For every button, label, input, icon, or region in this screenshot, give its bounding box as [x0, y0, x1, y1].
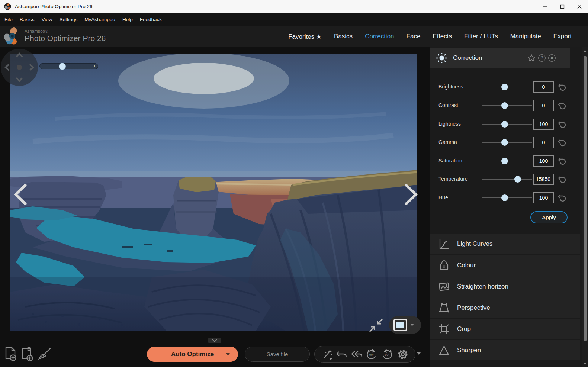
saturation-slider[interactable] [482, 161, 532, 161]
menu-view[interactable]: View [42, 17, 52, 22]
colour-icon [438, 260, 450, 271]
slider-thumb[interactable] [501, 102, 508, 109]
close-panel-icon[interactable]: ✕ [548, 54, 556, 62]
tools-caret-icon[interactable] [417, 352, 421, 355]
lightness-value-input[interactable]: 100 [533, 119, 554, 130]
favorite-star-icon[interactable] [527, 54, 536, 62]
tab-face[interactable]: Face [407, 33, 421, 40]
tab-effects[interactable]: Effects [433, 33, 452, 40]
auto-optimize-label: Auto Optimize [171, 351, 214, 358]
brightness-slider[interactable] [482, 87, 532, 87]
reset-icon[interactable] [558, 193, 566, 202]
reset-icon[interactable] [558, 120, 566, 129]
menu-basics[interactable]: Basics [20, 17, 35, 22]
add-image-icon[interactable] [4, 347, 17, 361]
pan-control[interactable] [1, 49, 38, 86]
filmstrip-toggle[interactable] [208, 338, 221, 343]
section-crop[interactable]: Crop [430, 319, 580, 339]
tab-favorites[interactable]: Favorites ★ [288, 33, 322, 41]
slider-thumb[interactable] [501, 194, 508, 201]
save-file-button[interactable]: Save file [245, 347, 310, 362]
pan-right-icon [30, 64, 33, 70]
previous-image-button[interactable] [11, 183, 30, 206]
menu-myashampoo[interactable]: MyAshampoo [84, 17, 115, 22]
menu-file[interactable]: File [4, 17, 13, 22]
contrast-slider[interactable] [482, 105, 532, 106]
fit-to-screen-button[interactable] [368, 318, 384, 333]
magic-wand-icon[interactable] [321, 348, 333, 361]
slider-row-saturation: Saturation 100 [430, 155, 582, 167]
scroll-up-icon[interactable] [584, 50, 587, 52]
reset-icon[interactable] [558, 157, 566, 165]
scroll-down-icon[interactable] [584, 363, 587, 365]
apply-button[interactable]: Apply [530, 211, 568, 223]
view-mode-caret-icon[interactable] [410, 324, 414, 326]
brightness-value-input[interactable]: 0 [533, 81, 554, 93]
close-button[interactable] [571, 0, 588, 13]
zoom-slider[interactable]: − + [39, 63, 98, 69]
slider-thumb[interactable] [501, 84, 508, 90]
slider-thumb[interactable] [501, 139, 508, 146]
slider-row-gamma: Gamma 0 [430, 136, 582, 148]
reset-icon[interactable] [558, 83, 566, 91]
panel-scrollbar[interactable] [582, 47, 588, 367]
help-icon[interactable]: ? [538, 54, 546, 62]
straighten-horizon-icon [438, 281, 450, 292]
view-mode-selector[interactable] [389, 316, 421, 334]
reset-icon[interactable] [558, 101, 566, 110]
tab-export[interactable]: Export [553, 33, 572, 40]
slider-thumb[interactable] [501, 121, 508, 128]
next-image-button[interactable] [402, 183, 420, 206]
undo-all-icon[interactable] [350, 349, 363, 360]
zoom-in-icon[interactable]: + [93, 64, 96, 68]
gamma-value-input[interactable]: 0 [533, 137, 554, 148]
slider-thumb[interactable] [501, 158, 508, 164]
minimize-button[interactable] [537, 0, 554, 13]
temperature-value-input[interactable]: 15850 [533, 174, 554, 185]
hue-value-input[interactable]: 100 [533, 192, 554, 203]
auto-optimize-caret-icon[interactable] [226, 353, 230, 355]
lightness-slider[interactable] [482, 124, 532, 125]
menu-help[interactable]: Help [122, 17, 133, 22]
scrollbar-thumb[interactable] [584, 56, 587, 341]
temperature-slider[interactable] [482, 179, 532, 180]
zoom-slider-thumb[interactable] [59, 63, 66, 70]
tab-basics[interactable]: Basics [334, 33, 353, 40]
text-cursor [551, 176, 551, 182]
gamma-slider[interactable] [482, 142, 532, 143]
window-title: Ashampoo Photo Optimizer Pro 26 [15, 4, 93, 9]
settings-gear-icon[interactable] [396, 348, 409, 361]
add-scan-icon[interactable] [20, 347, 34, 361]
photo-canvas[interactable] [10, 54, 417, 331]
pan-left-icon [6, 64, 9, 70]
section-perspective[interactable]: Perspective [430, 297, 580, 318]
light-curves-icon [438, 238, 450, 250]
slider-row-contrast: Contrast 0 [430, 100, 582, 112]
menu-feedback[interactable]: Feedback [140, 17, 162, 22]
section-sharpen[interactable]: Sharpen [430, 340, 580, 360]
section-label: Colour [457, 262, 476, 269]
slider-row-lightness: Lightness 100 [430, 118, 582, 130]
tab-correction[interactable]: Correction [365, 33, 394, 40]
auto-optimize-button[interactable]: Auto Optimize [147, 347, 238, 362]
tab-manipulate[interactable]: Manipulate [510, 33, 541, 40]
section-straighten-horizon[interactable]: Straighten horizon [430, 276, 580, 297]
zoom-out-icon[interactable]: − [42, 64, 45, 68]
maximize-button[interactable] [554, 0, 571, 13]
header-bar: Ashampoo® Photo Optimizer Pro 26 Favorit… [0, 26, 588, 47]
saturation-value-input[interactable]: 100 [533, 155, 554, 167]
slider-thumb[interactable] [514, 176, 521, 183]
hue-slider[interactable] [482, 197, 532, 198]
undo-icon[interactable] [336, 349, 348, 360]
contrast-value-input[interactable]: 0 [533, 100, 554, 111]
tab-filter-luts[interactable]: Filter / LUTs [464, 33, 498, 40]
reset-icon[interactable] [558, 138, 566, 147]
rotate-left-icon[interactable]: 90° [365, 348, 378, 361]
section-colour[interactable]: Colour [430, 255, 580, 276]
cleanup-broom-icon[interactable] [37, 347, 52, 361]
section-label: Straighten horizon [457, 283, 508, 290]
reset-icon[interactable] [558, 175, 566, 184]
rotate-right-icon[interactable]: 90° [380, 348, 394, 361]
menu-settings[interactable]: Settings [60, 17, 78, 22]
section-light-curves[interactable]: Light Curves [430, 234, 580, 254]
